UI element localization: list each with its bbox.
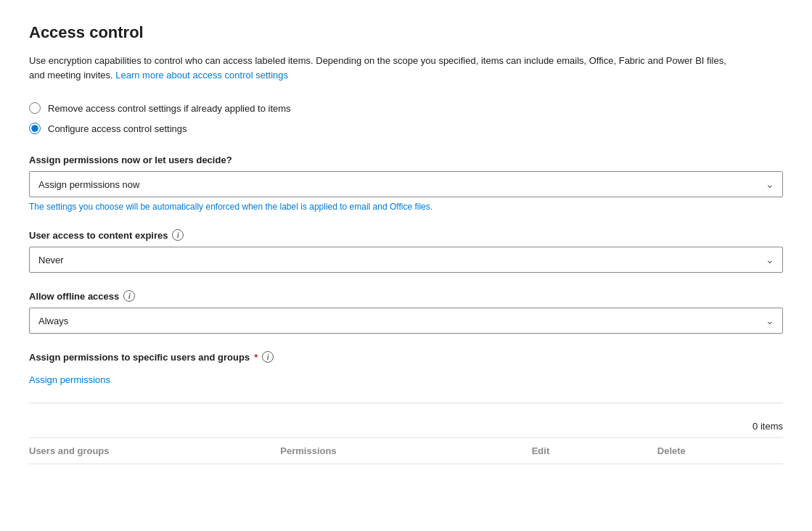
assign-permissions-select-wrapper: Assign permissions now Let users assign … [29,171,783,197]
col-header-users: Users and groups [29,445,280,456]
radio-remove-access[interactable] [29,102,41,114]
table-summary: 0 items [29,415,783,437]
assign-permissions-select[interactable]: Assign permissions now Let users assign … [29,171,783,197]
assign-permissions-section: Assign permissions now or let users deci… [29,155,783,212]
user-access-select[interactable]: Never On a specific date A number of day… [29,247,783,273]
user-access-section: User access to content expires i Never O… [29,229,783,273]
offline-access-select[interactable]: Always Never A number of days after cont… [29,308,783,334]
required-indicator: * [254,352,258,363]
table-header: Users and groups Permissions Edit Delete [29,437,783,464]
page-title: Access control [29,23,783,42]
user-access-select-wrapper: Never On a specific date A number of day… [29,247,783,273]
learn-more-link[interactable]: Learn more about access control settings [115,70,288,81]
col-header-edit: Edit [532,445,657,456]
assign-users-section: Assign permissions to specific users and… [29,351,783,385]
radio-item-remove[interactable]: Remove access control settings if alread… [29,102,783,114]
assign-users-label: Assign permissions to specific users and… [29,351,783,363]
offline-access-section: Allow offline access i Always Never A nu… [29,290,783,334]
offline-access-info-icon[interactable]: i [123,290,135,302]
radio-item-configure[interactable]: Configure access control settings [29,123,783,134]
assign-permissions-link[interactable]: Assign permissions [29,374,110,385]
offline-access-select-wrapper: Always Never A number of days after cont… [29,308,783,334]
assign-permissions-label: Assign permissions now or let users deci… [29,155,783,165]
user-access-info-icon[interactable]: i [172,229,184,241]
offline-access-label: Allow offline access i [29,290,783,302]
page-description: Use encryption capabilities to control w… [29,54,740,82]
assign-permissions-hint: The settings you choose will be automati… [29,202,783,212]
section-divider [29,403,783,403]
radio-configure-label: Configure access control settings [48,123,186,134]
access-control-radio-group: Remove access control settings if alread… [29,102,783,134]
radio-configure-access[interactable] [29,123,41,134]
user-access-label: User access to content expires i [29,229,783,241]
radio-remove-label: Remove access control settings if alread… [48,103,291,114]
col-header-delete: Delete [657,445,783,456]
assign-users-info-icon[interactable]: i [262,351,274,363]
col-header-permissions: Permissions [280,445,531,456]
